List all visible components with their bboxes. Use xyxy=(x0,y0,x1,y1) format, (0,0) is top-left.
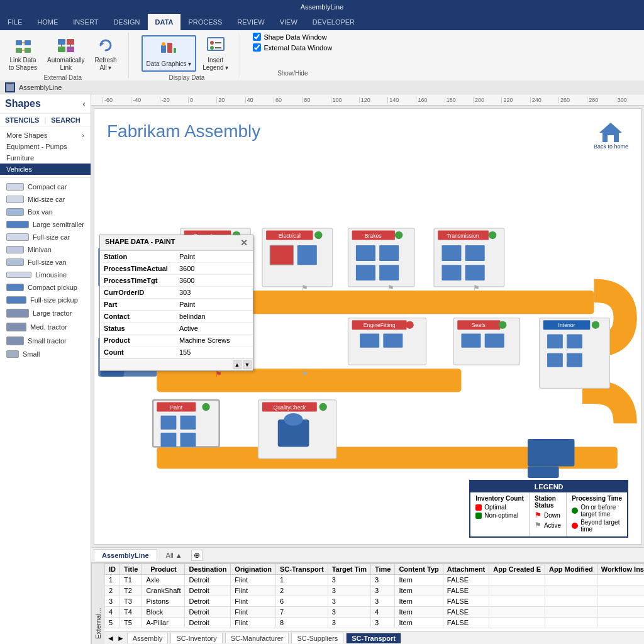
link-data-button[interactable]: Link Datato Shapes xyxy=(5,33,41,74)
svg-rect-13 xyxy=(161,45,166,53)
svg-rect-4 xyxy=(25,48,31,53)
optimal-indicator xyxy=(475,504,482,511)
insert-legend-button[interactable]: InsertLegend ▾ xyxy=(199,33,232,74)
col-time: Time xyxy=(370,564,394,575)
external-data-label: External... xyxy=(91,564,104,644)
tab-sc-suppliers[interactable]: SC-Suppliers xyxy=(291,633,343,643)
table-row: 2 T2 CrankShaft Detroit Flint 2 3 3 Item… xyxy=(105,586,645,596)
canvas-tab-assemblyline[interactable]: AssemblyLine xyxy=(94,549,157,561)
shape-med-tractor[interactable]: Med. tractor xyxy=(0,320,91,334)
shape-compact-car[interactable]: Compact car xyxy=(0,180,91,193)
shape-limousine[interactable]: Limousine xyxy=(0,269,91,281)
data-graphics-icon xyxy=(158,39,179,59)
tab-sc-manufacturer[interactable]: SC-Manufacturer xyxy=(225,633,289,643)
data-table-area[interactable]: ID Title Product Destination Origination… xyxy=(104,564,644,631)
tab-review[interactable]: REVIEW xyxy=(230,14,272,30)
shape-data-close-btn[interactable]: ✕ xyxy=(240,238,248,248)
canvas-tab-all[interactable]: All ▲ xyxy=(158,550,190,561)
svg-rect-79 xyxy=(547,353,563,367)
tab-sc-transport[interactable]: SC-Transport xyxy=(346,633,401,643)
sidebar-item-vehicles[interactable]: Vehicles xyxy=(0,164,91,175)
scroll-controls: ▲ ▼ xyxy=(100,358,253,370)
tab-view[interactable]: VIEW xyxy=(272,14,305,30)
sidebar-item-furniture[interactable]: Furniture xyxy=(0,152,91,164)
nav-prev-btn[interactable]: ◄ xyxy=(107,634,114,643)
station-status-title: StationStatus xyxy=(535,495,561,509)
back-to-home-btn[interactable]: Back to home xyxy=(594,121,628,150)
svg-text:Electrical: Electrical xyxy=(279,233,301,239)
shape-full-size-pickup[interactable]: Full-size pickup xyxy=(0,294,91,306)
small-icon xyxy=(6,350,19,358)
shape-full-size-car[interactable]: Full-size car xyxy=(0,231,91,243)
external-data-checkbox[interactable]: External Data Window xyxy=(253,43,332,52)
sidebar-collapse-btn[interactable]: ‹ xyxy=(82,99,86,109)
svg-rect-0 xyxy=(16,40,22,45)
shape-minivan[interactable]: Minivan xyxy=(0,243,91,256)
svg-point-42 xyxy=(314,231,322,239)
shape-large-semitrailer[interactable]: Large semitrailer xyxy=(0,218,91,231)
tab-sc-inventory[interactable]: SC-Inventory xyxy=(170,633,222,643)
sidebar-item-equipment[interactable]: Equipment - Pumps xyxy=(0,141,91,152)
tab-data[interactable]: DATA xyxy=(148,14,181,30)
svg-rect-50 xyxy=(379,245,399,261)
sidebar-nav-stencils[interactable]: STENCILS xyxy=(5,116,39,124)
tab-developer[interactable]: DEVELOPER xyxy=(305,14,362,30)
tab-design[interactable]: DESIGN xyxy=(106,14,147,30)
svg-rect-6 xyxy=(58,39,65,45)
sidebar-item-more-shapes[interactable]: More Shapes › xyxy=(0,130,91,141)
col-target-time: Target Tim xyxy=(328,564,370,575)
diagram-canvas[interactable]: Fabrikam Assembly Back to home xyxy=(94,108,641,545)
ribbon-content: Link Datato Shapes AutomaticallyLink Ref… xyxy=(0,30,644,80)
large-tractor-icon xyxy=(6,309,29,318)
full-size-van-icon xyxy=(6,258,24,266)
shape-data-input[interactable] xyxy=(253,33,261,41)
shape-data-checkbox[interactable]: Shape Data Window xyxy=(253,33,326,41)
external-data-content: ID Title Product Destination Origination… xyxy=(104,564,644,644)
svg-rect-57 xyxy=(441,245,461,261)
field-station: Station xyxy=(100,251,175,263)
refresh-button[interactable]: RefreshAll ▾ xyxy=(91,33,121,74)
shape-data-row-currorder: CurrOrderID 303 xyxy=(100,287,253,299)
legend-header: LEGEND xyxy=(470,481,627,492)
svg-rect-100 xyxy=(528,466,559,478)
shape-large-tractor[interactable]: Large tractor xyxy=(0,306,91,320)
shape-compact-pickup[interactable]: Compact pickup xyxy=(0,281,91,294)
auto-link-button[interactable]: AutomaticallyLink xyxy=(43,33,88,74)
svg-point-94 xyxy=(284,413,303,426)
add-page-btn[interactable]: ⊕ xyxy=(191,550,203,561)
svg-rect-78 xyxy=(567,335,582,348)
data-graphics-button[interactable]: Data Graphics ▾ xyxy=(142,35,197,72)
scroll-up-btn[interactable]: ▲ xyxy=(233,360,242,369)
shape-data-scroll[interactable]: Station Paint ProcessTimeActual 3600 Pro… xyxy=(100,251,253,358)
legend-optimal: Optimal xyxy=(475,504,524,511)
svg-rect-3 xyxy=(16,48,22,53)
on-target-indicator xyxy=(572,508,578,514)
tab-insert[interactable]: INSERT xyxy=(65,14,106,30)
shape-data-row-contact: Contact belindan xyxy=(100,311,253,323)
sidebar-nav-search[interactable]: SEARCH xyxy=(51,116,80,124)
tab-assembly[interactable]: Assembly xyxy=(127,633,169,643)
shape-data-checkbox-label: Shape Data Window xyxy=(264,33,326,41)
col-workflow: Workflow Instance xyxy=(597,564,644,575)
table-row: 4 T4 Block Detroit Flint 7 3 4 Item FALS… xyxy=(105,607,645,618)
shape-data-row-station: Station Paint xyxy=(100,251,253,263)
shape-full-size-van[interactable]: Full-size van xyxy=(0,256,91,269)
sidebar: Shapes ‹ STENCILS | SEARCH More Shapes ›… xyxy=(0,94,91,644)
svg-rect-65 xyxy=(360,333,379,347)
scroll-down-btn[interactable]: ▼ xyxy=(243,360,252,369)
svg-rect-18 xyxy=(208,38,224,50)
shape-small[interactable]: Small xyxy=(0,348,91,360)
external-data-input[interactable] xyxy=(253,43,261,52)
shape-box-van[interactable]: Box van xyxy=(0,206,91,218)
tab-home[interactable]: HOME xyxy=(30,14,65,30)
svg-rect-87 xyxy=(161,433,177,447)
nav-next-btn[interactable]: ► xyxy=(117,634,125,643)
shape-data-title: SHAPE DATA - PAINT xyxy=(105,238,175,248)
tab-file[interactable]: FILE xyxy=(0,14,30,30)
svg-point-21 xyxy=(210,46,214,50)
tab-process[interactable]: PROCESS xyxy=(180,14,230,30)
shape-mid-size-car[interactable]: Mid-size car xyxy=(0,193,91,206)
col-destination: Destination xyxy=(185,564,231,575)
shape-small-tractor[interactable]: Small tractor xyxy=(0,334,91,348)
external-data-group-label: External Data xyxy=(43,74,82,82)
